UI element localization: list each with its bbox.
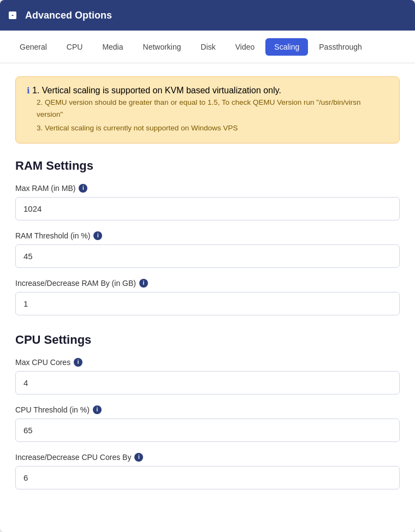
cpu-settings-section: CPU Settings Max CPU Cores i CPU Thresho… [15,333,400,489]
tab-media[interactable]: Media [93,38,132,56]
tabs-bar: General CPU Media Networking Disk Video … [0,31,415,63]
ram-increase-group: Increase/Decrease RAM By (in GB) i [15,279,400,315]
max-ram-input[interactable] [15,197,400,220]
info-line-1: 1. Vertical scaling is supported on KVM … [32,86,281,95]
cpu-increase-label: Increase/Decrease CPU Cores By i [15,453,400,462]
max-ram-label: Max RAM (in MB) i [15,184,400,193]
main-content: ℹ 1. Vertical scaling is supported on KV… [0,63,415,513]
ram-settings-title: RAM Settings [15,159,400,173]
info-icon: ℹ [27,86,30,95]
info-box: ℹ 1. Vertical scaling is supported on KV… [15,76,400,144]
cpu-increase-input[interactable] [15,466,400,489]
max-ram-info-icon[interactable]: i [79,184,87,193]
max-ram-group: Max RAM (in MB) i [15,184,400,220]
ram-increase-label: Increase/Decrease RAM By (in GB) i [15,279,400,288]
cpu-threshold-label: CPU Threshold (in %) i [15,405,400,414]
tab-disk[interactable]: Disk [192,38,224,56]
ram-threshold-info-icon[interactable]: i [93,231,102,240]
ram-threshold-label: RAM Threshold (in %) i [15,231,400,240]
ram-threshold-group: RAM Threshold (in %) i [15,231,400,268]
minimize-button[interactable]: - [9,11,16,19]
main-window: - Advanced Options General CPU Media Net… [0,0,415,532]
cpu-threshold-group: CPU Threshold (in %) i [15,405,400,442]
tab-video[interactable]: Video [227,38,264,56]
info-line-3: 3. Vertical scaling is currently not sup… [37,122,238,134]
ram-increase-info-icon[interactable]: i [139,279,148,288]
tab-scaling[interactable]: Scaling [265,38,308,56]
ram-settings-section: RAM Settings Max RAM (in MB) i RAM Thres… [15,159,400,315]
ram-threshold-input[interactable] [15,244,400,268]
info-line-2: 2. QEMU version should be greater than o… [37,97,388,120]
window-title: Advanced Options [25,10,112,21]
cpu-settings-title: CPU Settings [15,333,400,347]
cpu-increase-info-icon[interactable]: i [134,453,143,462]
max-cores-input[interactable] [15,371,400,394]
max-cores-info-icon[interactable]: i [74,358,82,367]
titlebar: - Advanced Options [0,0,415,31]
tab-cpu[interactable]: CPU [58,38,92,56]
cpu-threshold-info-icon[interactable]: i [93,405,102,414]
tab-general[interactable]: General [11,38,56,56]
ram-increase-input[interactable] [15,292,400,315]
max-cores-label: Max CPU Cores i [15,358,400,367]
cpu-increase-group: Increase/Decrease CPU Cores By i [15,453,400,489]
cpu-threshold-input[interactable] [15,419,400,442]
tab-networking[interactable]: Networking [134,38,190,56]
tab-passthrough[interactable]: Passthrough [310,38,371,56]
max-cores-group: Max CPU Cores i [15,358,400,394]
